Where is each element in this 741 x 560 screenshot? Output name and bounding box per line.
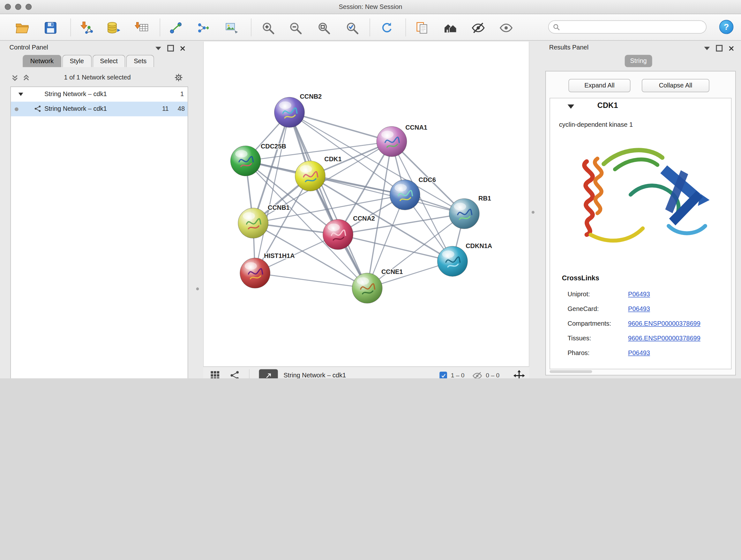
network-edge[interactable] xyxy=(255,112,289,273)
tab-style[interactable]: Style xyxy=(62,55,91,67)
network-edge[interactable] xyxy=(255,273,367,288)
export-network-button[interactable] xyxy=(195,20,211,36)
collection-expand-icon[interactable] xyxy=(18,92,23,96)
network-node-CDC25B[interactable] xyxy=(230,146,261,176)
network-tree: String Network – cdk1 1 String Network –… xyxy=(10,86,188,378)
zoom-out-button[interactable] xyxy=(287,20,303,36)
window-title: Session: New Session xyxy=(0,0,741,14)
right-splitter-grip[interactable] xyxy=(532,211,535,213)
crosslinks-list: Uniprot:P06493GeneCard:P06493Compartment… xyxy=(550,287,731,361)
network-node-RB1[interactable] xyxy=(449,199,480,229)
search-input[interactable] xyxy=(560,23,706,30)
network-node-label: HIST1H1A xyxy=(264,252,294,259)
tab-network[interactable]: Network xyxy=(23,55,61,67)
zoom-out-icon xyxy=(288,21,302,35)
database-icon xyxy=(106,21,120,35)
open-in-browser-button[interactable] xyxy=(259,369,278,378)
crosslink-link[interactable]: P06493 xyxy=(628,349,650,356)
tab-select[interactable]: Select xyxy=(92,55,125,67)
network-node-CDC6[interactable] xyxy=(390,180,420,210)
zoom-in-icon xyxy=(261,21,275,35)
import-table-icon xyxy=(135,21,149,35)
network-node-CDK1[interactable] xyxy=(295,161,326,191)
network-selection-status: 1 of 1 Network selected xyxy=(10,74,185,81)
network-statusbar: String Network – cdk1 1 – 0 0 – 0 xyxy=(203,367,529,378)
zoom-fit-icon xyxy=(317,21,331,35)
crosslink-link[interactable]: P06493 xyxy=(628,291,650,298)
crosslink-link[interactable]: P06493 xyxy=(628,306,650,313)
network-share-icon xyxy=(34,105,42,113)
search-icon xyxy=(553,23,560,30)
birds-eye-view-icon[interactable] xyxy=(210,370,220,378)
external-link-icon xyxy=(265,372,272,378)
close-panel-icon[interactable] xyxy=(729,46,734,51)
crosslink-link[interactable]: 9606.ENSP00000378699 xyxy=(628,334,700,341)
floppy-icon xyxy=(44,21,57,35)
panel-menu-icon[interactable] xyxy=(704,47,710,50)
float-panel-icon[interactable] xyxy=(716,45,723,52)
tab-sets[interactable]: Sets xyxy=(126,55,154,67)
apply-layout-button[interactable] xyxy=(379,20,395,36)
network-node-label: CDKN1A xyxy=(466,242,492,249)
collapse-all-button[interactable]: Collapse All xyxy=(642,79,710,92)
collection-count: 1 xyxy=(180,90,184,98)
network-edge[interactable] xyxy=(289,112,392,142)
hidden-count: 0 – 0 xyxy=(486,367,499,378)
network-options-gear-icon[interactable] xyxy=(174,73,184,82)
new-network-button[interactable] xyxy=(168,20,184,36)
crosslink-link[interactable]: 9606.ENSP00000378699 xyxy=(628,320,700,327)
network-node-CCNA1[interactable] xyxy=(377,126,407,157)
collection-label: String Network – cdk1 xyxy=(44,90,107,98)
zoom-fit-button[interactable] xyxy=(316,20,332,36)
export-image-button[interactable] xyxy=(223,20,239,36)
left-splitter-grip[interactable] xyxy=(196,287,199,290)
pan-move-icon[interactable] xyxy=(513,369,526,378)
close-panel-icon[interactable] xyxy=(180,46,185,51)
network-node-CCNE1[interactable] xyxy=(352,273,382,303)
network-node-label: CDC25B xyxy=(261,143,286,150)
import-network-file-button[interactable] xyxy=(78,20,94,36)
results-scrollbar[interactable] xyxy=(549,370,592,373)
network-node-label: CCNB2 xyxy=(300,93,322,100)
network-row-selected[interactable]: String Network – cdk1 11 48 xyxy=(11,102,188,116)
section-collapse-icon[interactable] xyxy=(568,105,575,109)
panel-menu-icon[interactable] xyxy=(155,47,161,50)
network-node-HIST1H1A[interactable] xyxy=(240,258,270,288)
crosslink-label: Compartments: xyxy=(568,320,611,327)
network-node-CCNB2[interactable] xyxy=(274,98,305,128)
network-canvas[interactable]: CCNB2CCNA1CDC25BCDK1CDC6RB1CCNB1CCNA2CDK… xyxy=(203,42,529,366)
selected-count: 1 – 0 xyxy=(451,367,465,378)
hidden-eye-icon[interactable] xyxy=(472,371,482,378)
import-network-database-button[interactable] xyxy=(105,20,121,36)
expand-all-button[interactable]: Expand All xyxy=(568,79,630,92)
crosslink-row: Pharos:P06493 xyxy=(550,346,731,361)
float-panel-icon[interactable] xyxy=(167,45,174,52)
network-node-CDKN1A[interactable] xyxy=(437,246,468,276)
import-table-button[interactable] xyxy=(134,20,150,36)
graph-view-icon[interactable] xyxy=(230,370,240,378)
network-edge[interactable] xyxy=(289,112,367,288)
application-window: Session: New Session xyxy=(0,0,741,378)
zoom-selected-button[interactable] xyxy=(344,20,360,36)
network-node-CCNA2[interactable] xyxy=(323,219,353,250)
network-edge[interactable] xyxy=(338,234,453,261)
show-hidden-button[interactable] xyxy=(498,20,514,36)
network-label: String Network – cdk1 xyxy=(44,105,107,112)
tab-string[interactable]: String xyxy=(625,55,652,67)
network-node-CCNB1[interactable] xyxy=(238,208,268,239)
zoom-in-button[interactable] xyxy=(260,20,276,36)
home-button[interactable] xyxy=(442,20,458,36)
eye-icon xyxy=(499,21,513,35)
document-copy-button[interactable] xyxy=(414,20,430,36)
new-network-icon xyxy=(169,21,183,35)
hide-selected-button[interactable] xyxy=(470,20,486,36)
open-session-button[interactable] xyxy=(14,20,30,36)
network-collection-row[interactable]: String Network – cdk1 1 xyxy=(11,87,188,102)
save-session-button[interactable] xyxy=(43,20,58,36)
crosslink-label: Tissues: xyxy=(568,334,591,341)
selection-checkbox[interactable] xyxy=(440,372,447,378)
crosslink-row: GeneCard:P06493 xyxy=(550,302,731,317)
control-panel-title: Control Panel xyxy=(10,44,48,51)
network-graph: CCNB2CCNA1CDC25BCDK1CDC6RB1CCNB1CCNA2CDK… xyxy=(204,42,529,366)
help-button[interactable]: ? xyxy=(719,20,733,34)
